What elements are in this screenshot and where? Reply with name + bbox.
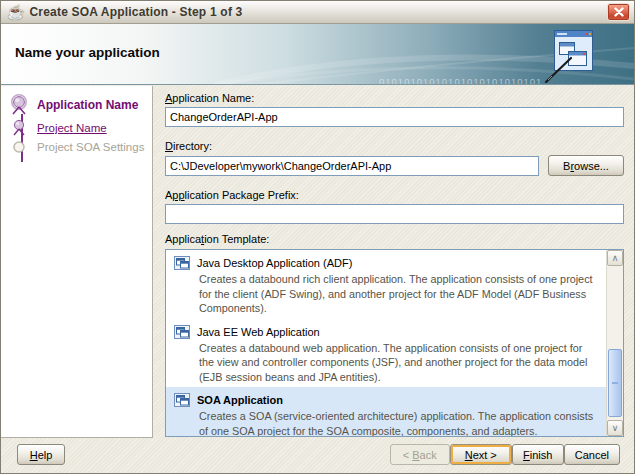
vertical-scrollbar[interactable]: ∧ ∨ — [606, 250, 623, 436]
application-template-icon — [174, 256, 190, 270]
list-item-java-ee-web-application[interactable]: Java EE Web Application Creates a databo… — [166, 319, 606, 388]
chevron-up-icon: ∧ — [612, 254, 619, 263]
application-package-prefix-label: Application Package Prefix: — [165, 189, 624, 201]
window-title: Create SOA Application - Step 1 of 3 — [29, 5, 607, 19]
directory-input[interactable] — [165, 156, 539, 176]
wizard-banner: Name your application 010101010101010101… — [1, 24, 634, 85]
application-name-label: Application Name: — [165, 92, 624, 104]
application-template-icon — [174, 325, 190, 339]
template-description: Creates a databound rich client applicat… — [199, 272, 600, 316]
list-item-java-desktop-application[interactable]: Java Desktop Application (ADF) Creates a… — [166, 250, 606, 319]
wizard-content: Application Name Project Name — [1, 86, 634, 438]
wizard-step-rail: Application Name Project Name — [1, 86, 153, 438]
close-button[interactable] — [607, 3, 630, 21]
template-description: Creates a SOA (service-oriented architec… — [199, 409, 600, 436]
finish-button[interactable]: Finish — [512, 444, 564, 465]
scrollbar-down-button[interactable]: ∨ — [607, 420, 623, 436]
sidebar-item-project-name[interactable]: Project Name — [1, 119, 152, 136]
template-title: SOA Application — [197, 394, 283, 406]
cancel-button[interactable]: Cancel — [564, 444, 620, 465]
scrollbar-thumb[interactable] — [608, 349, 622, 418]
cascading-windows-illustration-icon — [542, 29, 594, 84]
wizard-footer: Help < Back Next > Finish Cancel — [1, 436, 634, 473]
application-template-label: Application Template: — [165, 233, 624, 245]
next-button[interactable]: Next > — [450, 444, 512, 465]
application-form: Application Name: Directory: Browse... A… — [153, 86, 634, 438]
sidebar-item-project-soa-settings: Project SOA Settings — [1, 140, 152, 154]
title-bar[interactable]: ☕ Create SOA Application - Step 1 of 3 — [1, 1, 634, 24]
sidebar-item-label: Project SOA Settings — [37, 141, 144, 153]
create-soa-application-dialog: ☕ Create SOA Application - Step 1 of 3 N… — [0, 0, 635, 474]
back-button[interactable]: < Back — [390, 444, 450, 465]
future-step-node-icon — [1, 140, 37, 154]
directory-label: Directory: — [165, 140, 624, 152]
sidebar-item-application-name[interactable]: Application Name — [1, 94, 152, 115]
close-icon — [614, 7, 624, 17]
template-title: Java Desktop Application (ADF) — [197, 257, 352, 269]
current-step-node-icon — [1, 94, 37, 115]
banner-title: Name your application — [15, 45, 160, 60]
help-button[interactable]: Help — [17, 444, 65, 465]
chevron-down-icon: ∨ — [612, 424, 619, 433]
template-description: Creates a databound web application. The… — [199, 341, 600, 385]
jdeveloper-coffee-icon: ☕ — [7, 5, 24, 19]
application-template-list: Java Desktop Application (ADF) Creates a… — [165, 249, 624, 437]
list-item-soa-application-selected[interactable]: SOA Application Creates a SOA (service-o… — [166, 387, 606, 436]
application-template-icon — [174, 393, 190, 407]
template-title: Java EE Web Application — [197, 326, 320, 338]
sidebar-item-label: Application Name — [37, 98, 138, 112]
browse-button[interactable]: Browse... — [548, 155, 624, 176]
scrollbar-up-button[interactable]: ∧ — [607, 250, 623, 266]
step-node-icon — [1, 119, 37, 136]
application-package-prefix-input[interactable] — [165, 204, 624, 224]
banner-binary-text: 01010101010101010101010101 — [379, 76, 542, 85]
application-name-input[interactable] — [165, 107, 624, 127]
sidebar-item-label: Project Name — [37, 122, 107, 134]
